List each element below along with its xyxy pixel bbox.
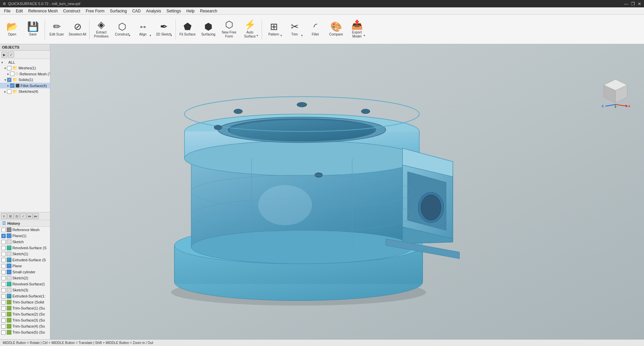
checkbox-sketches[interactable] (7, 89, 11, 94)
2d-sketch-button[interactable]: ✒2D Sketch (154, 17, 174, 42)
tree-item-all[interactable]: ▾ALL (0, 60, 50, 65)
history-item-trim-solid[interactable]: Trim-Surface (Solid (0, 299, 50, 305)
export-model-button[interactable]: 📤Export Model (347, 17, 367, 42)
hist-icon-trim-surface3 (7, 318, 11, 323)
history-item-sketch[interactable]: Sketch (0, 239, 50, 245)
menu-item-help[interactable]: Help (184, 8, 198, 14)
deselect-all-icon: ⊘ (74, 22, 82, 31)
history-item-ref-mesh[interactable]: Reference Mesh (0, 227, 50, 233)
hist-chk-trim-surface1[interactable] (1, 306, 6, 310)
tree-item-solids[interactable]: ▾✓📁Solids(1) (0, 77, 50, 83)
menu-item-free-form[interactable]: Free Form (83, 8, 107, 14)
hist-chk-small-cylinder[interactable] (1, 270, 6, 274)
hist-btn2[interactable]: ⊞ (7, 213, 13, 219)
menu-item-edit[interactable]: Edit (13, 8, 25, 14)
hist-chk-revolved-surface[interactable] (1, 246, 6, 250)
history-item-trim-surface3[interactable]: Trim-Surface(3) (So (0, 317, 50, 323)
compare-button[interactable]: 🎨Compare (326, 17, 346, 42)
history-item-extruded-surface[interactable]: Extruded-Surface (S (0, 257, 50, 263)
tree-item-ref-mesh[interactable]: ▸⬡Reference Mesh (T (0, 71, 50, 77)
history-item-extruded-surface1[interactable]: Extruded-Surface(1: (0, 293, 50, 299)
hist-chk-trim-solid[interactable] (1, 300, 6, 304)
hist-chk-trim-surface5[interactable] (1, 330, 6, 335)
history-item-plane1[interactable]: ✓Plane(1) (0, 233, 50, 239)
history-item-revolved-surface1[interactable]: Revolved-Surface(1 (0, 281, 50, 287)
surfacing-button[interactable]: ⬢Surfacing (198, 17, 218, 42)
tree-item-fillet-surface[interactable]: ▸✓⬛Fillet-Surface(4) (0, 83, 50, 88)
menu-item-construct[interactable]: Construct (60, 8, 83, 14)
hist-icon-sketch3 (7, 288, 11, 292)
history-item-sketch2[interactable]: Sketch(2) (0, 275, 50, 281)
title-left: ⚙ QUICKSURFACE 5.0.72 - mill_turn_new.qs… (3, 2, 80, 6)
new-free-form-icon: ⬡ (225, 20, 233, 29)
checkbox-meshes[interactable] (7, 66, 11, 70)
hist-chk-sketch3[interactable] (1, 288, 6, 292)
hist-chk-extruded-surface[interactable] (1, 258, 6, 262)
main-area: OBJECTS ▶ ✓ ▾ALL ▾📁Meshes(1) ▸⬡Reference… (0, 44, 644, 339)
history-item-trim-surface4[interactable]: Trim-Surface(4) (So (0, 323, 50, 329)
menu-item-analysis[interactable]: Analysis (144, 8, 164, 14)
hist-btn1[interactable]: ≡ (1, 213, 7, 219)
obj-check-btn[interactable]: ✓ (8, 52, 14, 58)
obj-expand-btn[interactable]: ▶ (1, 52, 7, 58)
history-item-trim-surface2[interactable]: Trim-Surface(2) (So (0, 311, 50, 317)
history-item-plane2[interactable]: Plane (0, 263, 50, 269)
pattern-button[interactable]: ⊞Pattern (264, 17, 284, 42)
tree-item-sketches[interactable]: ▸📁Sketches(4) (0, 88, 50, 94)
hist-btn5[interactable]: ⏮ (26, 213, 33, 219)
hist-chk-plane1[interactable]: ✓ (1, 234, 6, 238)
hist-chk-sketch1[interactable] (1, 252, 6, 256)
hist-chk-revolved-surface1[interactable] (1, 282, 6, 286)
tree-item-meshes[interactable]: ▾📁Meshes(1) (0, 65, 50, 71)
hist-chk-extruded-surface1[interactable] (1, 294, 6, 298)
hist-chk-sketch[interactable] (1, 240, 6, 244)
restore-button[interactable]: ❐ (631, 1, 635, 6)
align-button[interactable]: ↔Align (133, 17, 153, 42)
trim-icon: ✂ (291, 22, 299, 31)
menu-item-cad[interactable]: CAD (129, 8, 143, 14)
hist-btn3[interactable]: ⊟ (14, 213, 20, 219)
history-item-trim-surface1[interactable]: Trim-Surface(1) (Su (0, 305, 50, 311)
menu-item-reference-mesh[interactable]: Reference Mesh (25, 8, 60, 14)
minimize-button[interactable]: — (624, 1, 628, 6)
extract-primitives-button[interactable]: ◈Extract Primitives (91, 17, 111, 42)
hist-chk-sketch2[interactable] (1, 276, 6, 280)
new-free-form-button[interactable]: ⬡New Free Form (219, 17, 239, 42)
menu-item-settings[interactable]: Settings (164, 8, 183, 14)
fit-surface-button[interactable]: ⬟Fit Surface (177, 17, 198, 42)
construct-button[interactable]: ⬡Construct (112, 17, 132, 42)
hist-chk-trim-surface3[interactable] (1, 318, 6, 323)
export-model-icon: 📤 (351, 20, 363, 29)
menu-item-research[interactable]: Research (197, 8, 220, 14)
history-item-revolved-surface[interactable]: Revolved-Surface (S (0, 245, 50, 251)
open-button[interactable]: 📂Open (2, 17, 22, 42)
svg-line-46 (615, 105, 627, 106)
hist-label-trim-surface4: Trim-Surface(4) (So (12, 324, 45, 328)
hist-chk-trim-surface4[interactable] (1, 324, 6, 329)
hist-chk-plane2[interactable] (1, 264, 6, 268)
edit-scan-button[interactable]: ✏Edit Scan (47, 17, 67, 42)
toolbar-separator (262, 19, 262, 40)
checkbox-solids[interactable]: ✓ (7, 78, 11, 82)
close-button[interactable]: ✕ (638, 1, 641, 6)
checkbox-ref-mesh[interactable] (10, 72, 14, 76)
history-item-sketch1[interactable]: Sketch(1) (0, 251, 50, 257)
history-item-trim-surface5[interactable]: Trim-Surface(5) (So (0, 329, 50, 335)
viewport[interactable]: Y X Z (50, 44, 644, 339)
hist-chk-ref-mesh[interactable] (1, 228, 6, 232)
hist-chk-trim-surface2[interactable] (1, 312, 6, 317)
history-item-sketch3[interactable]: Sketch(3) (0, 287, 50, 293)
fillet-button[interactable]: ◜Fillet (305, 17, 325, 42)
save-button[interactable]: 💾Save (23, 17, 43, 42)
history-item-small-cylinder[interactable]: Small cylinder (0, 269, 50, 275)
deselect-all-button[interactable]: ⊘Deselect All (67, 17, 88, 42)
hist-btn4[interactable]: ✓ (20, 213, 26, 219)
checkbox-fillet-surface[interactable]: ✓ (10, 83, 14, 88)
auto-surface-button[interactable]: ⚡Auto Surface (240, 17, 260, 42)
history-panel: ≡ ⊞ ⊟ ✓ ⏮ ⏭ ☰ History Reference Mesh✓Pla… (0, 212, 50, 339)
window-title: QUICKSURFACE 5.0.72 - mill_turn_new.qsf (8, 2, 80, 6)
menu-item-file[interactable]: File (1, 8, 13, 14)
menu-item-surfacing[interactable]: Surfacing (107, 8, 129, 14)
hist-btn6[interactable]: ⏭ (33, 213, 39, 219)
trim-button[interactable]: ✂Trim (284, 17, 305, 42)
